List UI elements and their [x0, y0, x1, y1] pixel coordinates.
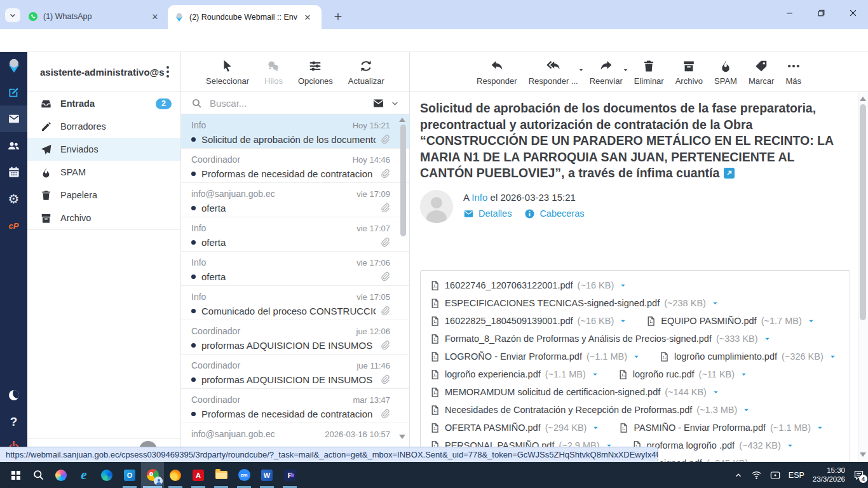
attachment-item[interactable]: EQUIPO PASMIÑO.pdf(~1.7 MB) [646, 316, 814, 327]
headers-link[interactable]: Cabeceras [524, 208, 584, 219]
attachment-item[interactable]: MEMORAMDUM solicitud de certificacion-si… [430, 387, 719, 398]
attachment-name[interactable]: Formato_8_Razón de Proformas y Análisis … [445, 334, 712, 344]
folder-item-papelera[interactable]: Papelera [27, 184, 180, 207]
attachment-menu-caret-icon[interactable] [592, 424, 599, 431]
list-toolbar-actualizar[interactable]: Actualizar [348, 59, 384, 86]
search-input[interactable] [208, 97, 366, 109]
taskbar-edge-button[interactable] [95, 462, 118, 488]
dropdown-caret-icon[interactable] [623, 67, 628, 73]
attachment-item[interactable]: ESPECIFICACIONES TECNICAS-signed-signed.… [430, 298, 719, 309]
attachment-name[interactable]: 16022746_1207063122001.pdf [445, 280, 573, 290]
clock[interactable]: 15:3023/3/2026 [813, 466, 845, 484]
taskbar-search-button[interactable] [27, 462, 50, 488]
message-list-item[interactable]: Coordinadormar 13:47Proformas de necesid… [181, 389, 409, 423]
attachment-menu-caret-icon[interactable] [817, 424, 824, 431]
attachment-item[interactable]: Formato_8_Razón de Proformas y Análisis … [430, 334, 771, 344]
message-list-item[interactable]: Coordinadorjue 11:46proformas ADQUISICIO… [181, 355, 409, 389]
window-close-button[interactable] [846, 6, 859, 19]
message-list-item[interactable]: Infovie 17:06oferta [181, 252, 409, 286]
attachment-menu-caret-icon[interactable] [764, 336, 771, 342]
recipient-link[interactable]: Info [471, 192, 487, 203]
taskbar-chrome-button[interactable] [141, 462, 164, 488]
attachment-menu-caret-icon[interactable] [633, 353, 640, 360]
attachment-menu-caret-icon[interactable] [743, 407, 750, 414]
tray-chevron-up-icon[interactable] [734, 471, 743, 480]
message-toolbar-marcar[interactable]: Marcar [749, 59, 774, 86]
tab-close-icon[interactable]: ✕ [150, 11, 160, 22]
attachment-item[interactable]: logroño ruc.pdf(~11 KB) [618, 369, 747, 380]
rail-contacts-icon[interactable] [0, 132, 27, 159]
taskbar-copilot-button[interactable] [50, 462, 72, 488]
message-list-item[interactable]: Infovie 17:05Comunicado del proceso CONS… [181, 286, 409, 320]
attachment-item[interactable]: LOGROÑO - Enviar Proforma.pdf(~1.1 MB) [430, 351, 640, 362]
attachment-name[interactable]: LOGROÑO - Enviar Proforma.pdf [445, 351, 582, 362]
attachment-menu-caret-icon[interactable] [808, 318, 815, 325]
browser-tab-1[interactable]: (1) WhatsApp✕ [22, 6, 166, 27]
tray-device-icon[interactable] [770, 471, 780, 480]
taskbar-word-button[interactable]: W [255, 462, 278, 488]
attachment-menu-caret-icon[interactable] [712, 300, 719, 307]
folder-item-enviados[interactable]: Enviados [27, 138, 180, 161]
attachment-item[interactable]: logroño cumplimiento.pdf(~326 KB) [659, 351, 836, 362]
taskbar-fes-button[interactable]: F [278, 462, 301, 488]
message-toolbar-más[interactable]: Más [785, 59, 801, 86]
taskbar-ie-button[interactable]: e [72, 462, 95, 488]
message-toolbar-reenviar[interactable]: Reenviar [590, 59, 623, 86]
folder-item-entrada[interactable]: Entrada2 [27, 92, 180, 115]
attachment-name[interactable]: proforma logroño .pdf [647, 440, 735, 451]
attachment-menu-caret-icon[interactable] [712, 389, 719, 396]
tab-close-icon[interactable]: ✕ [302, 12, 313, 22]
list-toolbar-hilos[interactable]: Hilos [264, 59, 283, 86]
pane-scroll-down[interactable] [860, 452, 866, 457]
notification-center-button[interactable]: 4 [853, 470, 864, 480]
rail-theme-icon[interactable] [0, 382, 27, 409]
account-menu-icon[interactable] [164, 64, 172, 80]
list-scroll-down[interactable] [399, 435, 405, 439]
rail-mail-icon[interactable] [0, 105, 27, 132]
taskbar-acrobat-button[interactable]: A [187, 462, 210, 488]
attachment-menu-caret-icon[interactable] [592, 371, 599, 378]
dropdown-caret-icon[interactable] [578, 67, 584, 73]
attachment-item[interactable]: logroño experiencia.pdf(~1.1 MB) [430, 369, 599, 380]
attachment-name[interactable]: OFERTA PASMIÑO.pdf [445, 423, 541, 433]
list-scroll-up[interactable] [399, 118, 405, 122]
message-list-item[interactable]: info@sanjuan.gob.ecvie 17:09oferta [181, 183, 409, 217]
attachment-menu-caret-icon[interactable] [740, 371, 747, 378]
attachment-menu-caret-icon[interactable] [787, 442, 794, 449]
attachment-item[interactable]: 16022825_1804509139001.pdf(~16 KB) [430, 316, 627, 327]
wifi-icon[interactable] [751, 470, 762, 480]
folder-item-spam[interactable]: SPAM [27, 161, 180, 184]
window-minimize-button[interactable] [783, 6, 796, 19]
rail-help-icon[interactable]: ? [0, 409, 27, 435]
rail-settings-icon[interactable]: ⚙ [0, 186, 27, 212]
attachment-item[interactable]: Necesidades de Contratación y Recepción … [430, 405, 750, 416]
tab-search-button[interactable] [5, 8, 20, 22]
message-toolbar-archivo[interactable]: Archivo [675, 59, 703, 86]
details-link[interactable]: Detalles [463, 208, 512, 219]
external-link-icon[interactable] [724, 168, 735, 179]
window-maximize-button[interactable] [815, 6, 827, 19]
message-list-item[interactable]: Coordinadorjue 12:06proformas ADQUISICIO… [181, 320, 409, 355]
message-toolbar-eliminar[interactable]: Eliminar [634, 59, 664, 86]
rail-calendar-icon[interactable] [0, 159, 27, 186]
search-options-chevron-icon[interactable] [391, 99, 399, 107]
message-toolbar-responder[interactable]: Responder [477, 59, 517, 86]
attachment-menu-caret-icon[interactable] [620, 282, 627, 289]
rail-cpanel-icon[interactable]: cP [0, 212, 27, 239]
rail-compose-icon[interactable] [0, 79, 27, 105]
message-toolbar-spam[interactable]: SPAM [714, 59, 737, 86]
list-toolbar-opciones[interactable]: Opciones [298, 59, 333, 86]
attachment-menu-caret-icon[interactable] [620, 318, 627, 325]
message-toolbar-responder[interactable]: Responder ... [529, 59, 578, 86]
taskbar-firefox-button[interactable] [164, 462, 187, 488]
taskbar-zoom-button[interactable]: zm [233, 462, 255, 488]
attachment-name[interactable]: PASMIÑO - Enviar Proforma.pdf [634, 423, 766, 433]
message-list-item[interactable]: InfoHoy 15:21Solicitud de aprobación de … [181, 114, 409, 149]
attachment-menu-caret-icon[interactable] [829, 353, 836, 360]
attachment-name[interactable]: logroño cumplimiento.pdf [674, 351, 777, 362]
folder-item-archivo[interactable]: Archivo [27, 207, 180, 229]
list-toolbar-seleccionar[interactable]: Seleccionar [206, 59, 249, 86]
attachment-name[interactable]: MEMORAMDUM solicitud de certificacion-si… [445, 387, 660, 397]
attachment-item[interactable]: 16022746_1207063122001.pdf(~16 KB) [430, 280, 627, 291]
message-list-item[interactable]: CoordinadorHoy 14:46Proformas de necesid… [181, 149, 409, 183]
